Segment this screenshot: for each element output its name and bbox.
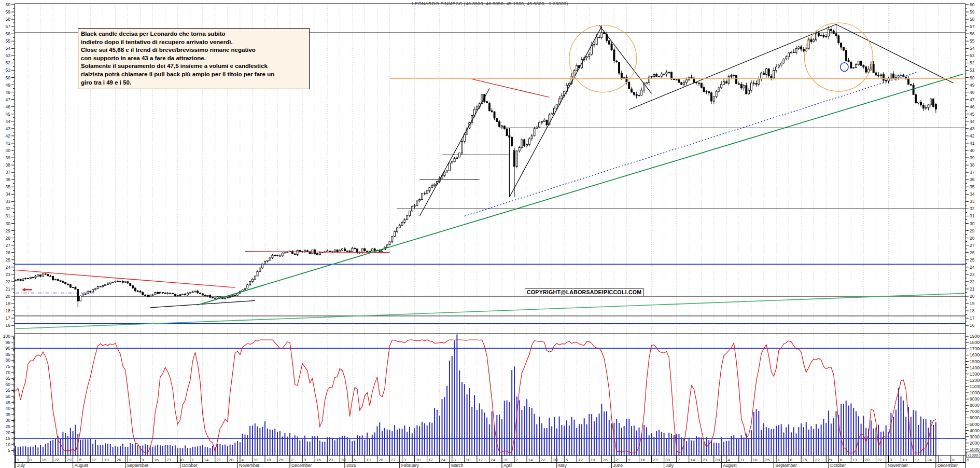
svg-text:9000: 9000: [970, 396, 979, 402]
svg-text:31: 31: [503, 458, 508, 462]
svg-text:October: October: [830, 463, 846, 468]
svg-text:8: 8: [790, 458, 793, 462]
svg-text:52: 52: [970, 60, 975, 65]
svg-text:8000: 8000: [970, 403, 979, 408]
svg-text:49: 49: [970, 82, 975, 88]
svg-text:29: 29: [6, 228, 11, 233]
svg-text:48: 48: [970, 90, 975, 95]
svg-text:28: 28: [229, 458, 233, 462]
svg-text:August: August: [75, 463, 89, 468]
svg-text:75: 75: [6, 364, 11, 369]
svg-text:7000: 7000: [970, 409, 979, 414]
svg-text:20: 20: [6, 430, 11, 435]
svg-text:9: 9: [304, 458, 306, 462]
analysis-note: Black candle decisa per Leonardo che tor…: [78, 28, 310, 89]
svg-text:32: 32: [6, 206, 11, 211]
svg-text:48: 48: [6, 90, 11, 95]
svg-text:6000: 6000: [970, 415, 979, 420]
svg-text:40: 40: [970, 148, 975, 153]
svg-text:22: 22: [6, 279, 11, 284]
svg-text:43: 43: [970, 126, 975, 131]
svg-text:53: 53: [970, 53, 975, 58]
svg-text:34: 34: [970, 191, 975, 197]
svg-text:November: November: [888, 463, 908, 468]
svg-text:1000: 1000: [970, 447, 979, 452]
svg-text:30: 30: [6, 418, 11, 423]
svg-text:54: 54: [6, 46, 11, 51]
svg-text:26: 26: [117, 458, 121, 462]
svg-text:26: 26: [603, 458, 608, 462]
svg-text:3: 3: [403, 458, 406, 462]
svg-text:June: June: [613, 463, 623, 468]
svg-text:December: December: [937, 463, 958, 468]
svg-text:22: 22: [54, 458, 59, 462]
svg-text:16000: 16000: [970, 352, 980, 357]
svg-text:80: 80: [6, 357, 11, 363]
svg-text:18000: 18000: [970, 340, 980, 345]
svg-text:17: 17: [6, 315, 11, 321]
svg-text:47: 47: [6, 97, 11, 102]
svg-text:24: 24: [6, 265, 11, 270]
svg-text:37: 37: [970, 170, 975, 175]
svg-text:34: 34: [6, 191, 11, 197]
svg-text:50: 50: [6, 75, 11, 80]
svg-text:15000: 15000: [970, 359, 980, 364]
svg-text:54: 54: [970, 46, 975, 51]
svg-text:11: 11: [740, 458, 745, 462]
svg-text:28: 28: [970, 236, 975, 241]
svg-text:5: 5: [566, 458, 568, 462]
svg-text:20: 20: [865, 458, 870, 462]
analysis-note-line: giro tra i 49 e i 50.: [81, 79, 306, 87]
svg-text:17: 17: [915, 458, 919, 462]
svg-text:40: 40: [6, 406, 11, 411]
analysis-note-line: Solamente il superamento dei 47,5 insiem…: [81, 62, 306, 71]
svg-text:45: 45: [6, 112, 11, 117]
analysis-note-line: indietro dopo il tentativo di recupero a…: [81, 38, 306, 47]
svg-text:9: 9: [142, 458, 144, 462]
svg-text:17: 17: [428, 458, 433, 462]
svg-text:4000: 4000: [970, 428, 979, 433]
svg-text:13000: 13000: [970, 371, 980, 377]
oscillator-layer: [16, 340, 936, 453]
svg-text:5: 5: [8, 448, 10, 453]
svg-text:33: 33: [970, 199, 975, 204]
svg-text:24: 24: [491, 458, 495, 462]
svg-text:44: 44: [6, 119, 11, 124]
svg-text:16: 16: [970, 323, 975, 328]
svg-text:16: 16: [316, 458, 321, 462]
svg-text:22: 22: [541, 458, 545, 462]
svg-text:10000: 10000: [970, 390, 980, 395]
svg-text:July: July: [666, 463, 674, 468]
svg-text:19: 19: [6, 301, 11, 306]
chart-title: LEONARDO FINMECC (46.3600, 46.5050, 45.1…: [0, 1, 980, 6]
svg-text:14: 14: [690, 458, 695, 462]
svg-text:10: 10: [466, 458, 470, 462]
svg-text:30: 30: [970, 221, 975, 226]
svg-text:39: 39: [6, 155, 11, 160]
svg-text:53: 53: [6, 53, 11, 58]
svg-text:7: 7: [678, 458, 680, 462]
svg-text:1: 1: [17, 458, 20, 462]
svg-text:38: 38: [6, 162, 11, 168]
svg-text:36: 36: [6, 177, 11, 182]
svg-text:November: November: [239, 463, 259, 468]
svg-text:September: September: [127, 463, 149, 468]
svg-text:17000: 17000: [970, 346, 980, 351]
svg-text:5000: 5000: [970, 422, 979, 427]
svg-text:April: April: [503, 463, 512, 468]
svg-text:12000: 12000: [970, 378, 980, 383]
svg-text:33: 33: [6, 199, 11, 204]
svg-text:10: 10: [6, 442, 11, 447]
svg-text:9: 9: [628, 458, 631, 462]
svg-text:50: 50: [6, 394, 11, 399]
svg-text:25: 25: [6, 257, 11, 263]
svg-text:8: 8: [30, 458, 32, 462]
svg-text:25: 25: [765, 458, 770, 462]
svg-text:58: 58: [970, 17, 975, 22]
svg-text:12: 12: [578, 458, 583, 462]
svg-text:51: 51: [970, 67, 975, 73]
svg-text:39: 39: [970, 155, 975, 160]
svg-text:25: 25: [279, 458, 284, 462]
svg-text:60: 60: [6, 382, 11, 387]
svg-text:12: 12: [92, 458, 96, 462]
